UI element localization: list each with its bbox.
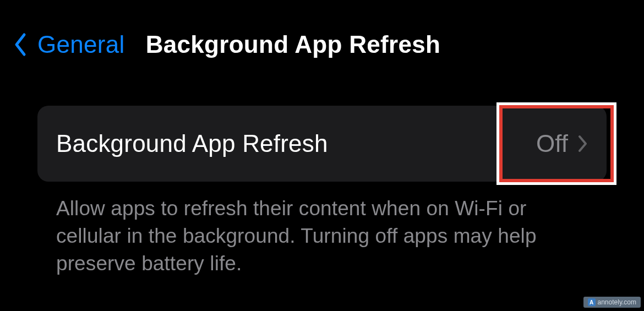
page-title: Background App Refresh <box>146 31 440 58</box>
chevron-right-icon <box>578 135 588 152</box>
watermark: A annotely.com <box>583 297 641 308</box>
row-label: Background App Refresh <box>56 130 328 157</box>
footer-description: Allow apps to refresh their content when… <box>37 182 607 277</box>
watermark-icon: A <box>588 298 596 306</box>
background-app-refresh-row[interactable]: Background App Refresh Off <box>37 106 607 182</box>
row-value: Off <box>536 130 568 157</box>
back-chevron-icon[interactable] <box>13 32 28 57</box>
watermark-text: annotely.com <box>598 298 636 306</box>
nav-header: General Background App Refresh <box>0 0 644 58</box>
back-button-label[interactable]: General <box>37 31 125 58</box>
content-area: Background App Refresh Off Allow apps to… <box>0 58 644 277</box>
row-right-group: Off <box>536 130 588 157</box>
